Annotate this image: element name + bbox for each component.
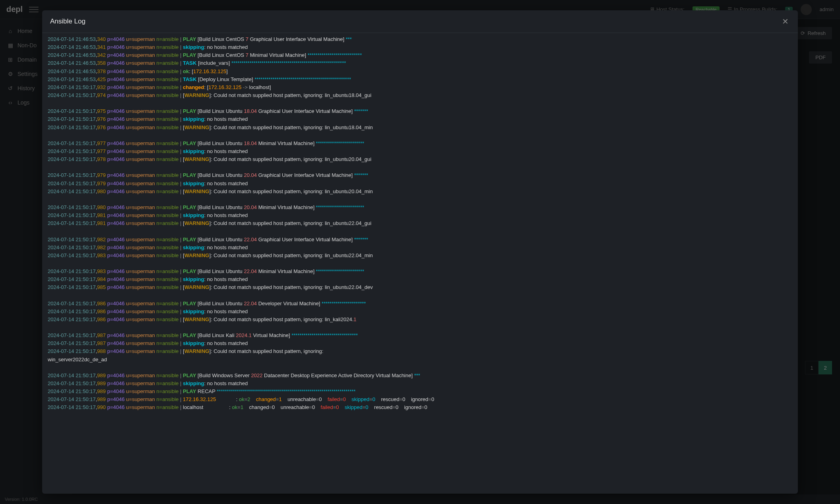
close-icon[interactable]: ✕: [780, 17, 790, 26]
ansible-log-modal: Ansible Log ✕ 2024-07-14 21:46:53,340 p=…: [42, 10, 798, 494]
log-body[interactable]: 2024-07-14 21:46:53,340 p=4046 u=superma…: [42, 33, 798, 494]
modal-title: Ansible Log: [50, 17, 85, 25]
modal-header: Ansible Log ✕: [42, 10, 798, 33]
